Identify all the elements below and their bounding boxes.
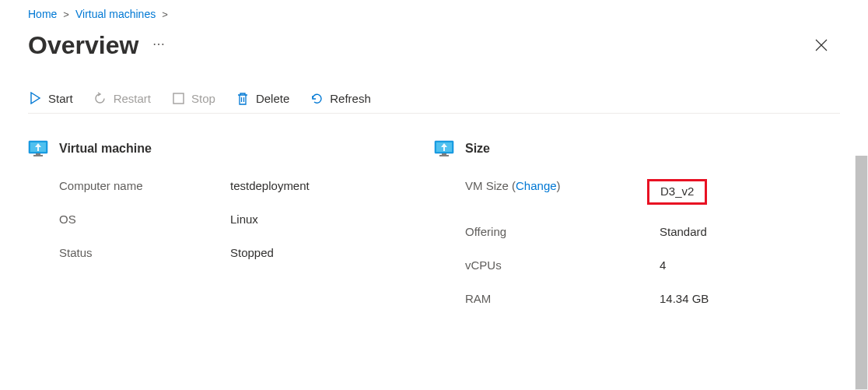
row-vcpus: vCPUs 4	[434, 258, 840, 272]
toolbar: Start Restart Stop Delete Refresh	[28, 91, 840, 114]
size-section: Size VM Size (Change) D3_v2 Offering Sta…	[434, 140, 840, 325]
vm-section: Virtual machine Computer name testdeploy…	[28, 140, 434, 325]
scrollbar-thumb[interactable]	[856, 156, 867, 389]
label-os: OS	[59, 213, 230, 226]
change-link[interactable]: Change	[516, 179, 557, 192]
size-section-title: Size	[465, 142, 490, 156]
restart-label: Restart	[114, 92, 151, 105]
label-offering: Offering	[465, 225, 660, 238]
close-icon	[815, 39, 828, 51]
start-button[interactable]: Start	[28, 91, 73, 105]
monitor-icon	[434, 140, 454, 157]
value-vm-size: D3_v2	[660, 179, 707, 205]
page-title: Overview	[28, 31, 138, 60]
highlighted-vm-size: D3_v2	[647, 179, 707, 205]
refresh-label: Refresh	[330, 92, 371, 105]
play-icon	[28, 91, 42, 105]
row-computer-name: Computer name testdeployment	[28, 179, 434, 192]
refresh-icon	[310, 91, 324, 105]
label-status: Status	[59, 246, 230, 259]
value-computer-name: testdeployment	[230, 179, 310, 192]
chevron-right-icon: >	[63, 9, 69, 20]
stop-label: Stop	[191, 92, 215, 105]
monitor-icon	[28, 140, 48, 157]
start-label: Start	[48, 92, 73, 105]
row-vm-size: VM Size (Change) D3_v2	[434, 179, 840, 205]
row-status: Status Stopped	[28, 246, 434, 259]
restart-button: Restart	[93, 91, 151, 105]
breadcrumb-vms[interactable]: Virtual machines	[75, 8, 156, 20]
delete-button[interactable]: Delete	[236, 91, 289, 105]
stop-icon	[171, 91, 185, 105]
label-computer-name: Computer name	[59, 179, 230, 192]
value-vcpus: 4	[660, 258, 666, 272]
value-status: Stopped	[230, 246, 274, 259]
value-os: Linux	[230, 213, 258, 226]
svg-rect-8	[439, 155, 449, 156]
restart-icon	[93, 91, 107, 105]
label-vm-size: VM Size (Change)	[465, 179, 660, 205]
close-button[interactable]	[812, 33, 831, 59]
breadcrumb: Home > Virtual machines >	[28, 8, 840, 26]
svg-rect-4	[33, 155, 43, 156]
row-offering: Offering Standard	[434, 225, 840, 238]
svg-rect-0	[173, 93, 184, 104]
more-actions-button[interactable]: ⋯	[152, 37, 166, 54]
stop-button: Stop	[171, 91, 215, 105]
svg-rect-7	[442, 153, 446, 155]
breadcrumb-home[interactable]: Home	[28, 8, 57, 20]
delete-label: Delete	[256, 92, 289, 105]
value-offering: Standard	[660, 225, 707, 238]
row-ram: RAM 14.34 GB	[434, 292, 840, 305]
label-ram: RAM	[465, 292, 660, 305]
vm-section-title: Virtual machine	[59, 142, 152, 156]
chevron-right-icon: >	[162, 9, 168, 20]
scrollbar[interactable]	[855, 156, 868, 390]
label-vcpus: vCPUs	[465, 258, 660, 272]
value-ram: 14.34 GB	[660, 292, 709, 305]
trash-icon	[236, 91, 250, 105]
svg-rect-3	[36, 153, 40, 155]
refresh-button[interactable]: Refresh	[310, 91, 371, 105]
row-os: OS Linux	[28, 213, 434, 226]
